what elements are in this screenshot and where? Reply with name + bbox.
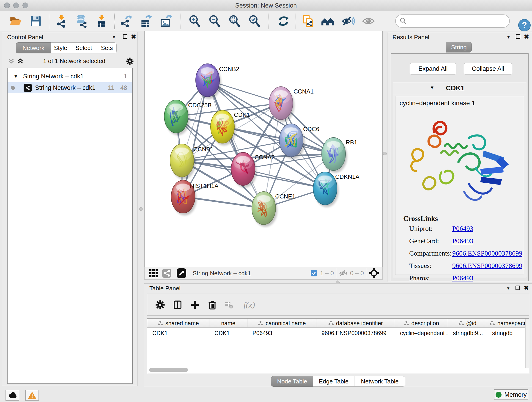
- column-header--id[interactable]: @id: [448, 319, 487, 328]
- hide-graphics-button[interactable]: [341, 14, 355, 28]
- import-table-file-button[interactable]: [95, 14, 109, 28]
- expand-all-icon[interactable]: [17, 58, 24, 64]
- disclosure-triangle-icon[interactable]: ▼: [13, 74, 18, 79]
- import-network-database-button[interactable]: [75, 14, 89, 28]
- panel-float-icon[interactable]: [123, 34, 127, 39]
- birds-eye-view-icon[interactable]: [177, 268, 186, 278]
- table-cell[interactable]: stringdb: [487, 328, 529, 338]
- warning-status-button[interactable]: [25, 390, 39, 401]
- network-graph[interactable]: CCNB2 CCNA1 CDC25B CDK1: [145, 31, 383, 267]
- memory-status-dot-icon: [496, 392, 501, 398]
- column-header-canonical-name[interactable]: canonical name: [247, 319, 317, 328]
- zoom-fit-button[interactable]: [228, 14, 241, 28]
- panel-menu-caret-icon[interactable]: ▼: [112, 35, 116, 40]
- network-canvas[interactable]: CCNB2 CCNA1 CDC25B CDK1: [144, 31, 383, 267]
- gene-section-header[interactable]: ▼ CDK1: [393, 82, 526, 94]
- expand-all-button[interactable]: Expand All: [410, 63, 456, 75]
- network-node-CCNE1[interactable]: [252, 191, 277, 227]
- network-node-RB1[interactable]: [322, 138, 347, 173]
- left-splitter-handle[interactable]: [139, 207, 143, 211]
- table-cell[interactable]: cyclin–dependent ...: [395, 328, 448, 338]
- selected-checkbox-icon[interactable]: [310, 270, 317, 277]
- zoom-in-button[interactable]: [188, 14, 202, 28]
- column-header-database-identifier[interactable]: database identifier: [317, 319, 395, 328]
- network-node-CCNB2[interactable]: [196, 64, 221, 99]
- table-settings-button[interactable]: [153, 298, 167, 312]
- column-type-icon: [258, 321, 263, 326]
- network-node-CCNB1[interactable]: [170, 144, 196, 179]
- network-node-CDKN1A[interactable]: [313, 172, 339, 207]
- table-cell[interactable]: P06493: [247, 328, 317, 338]
- export-image-button[interactable]: [159, 14, 173, 28]
- disclosure-triangle-icon[interactable]: ▼: [430, 85, 434, 90]
- node-table[interactable]: shared namename canonical name database …: [147, 318, 529, 374]
- open-session-button[interactable]: [9, 14, 22, 28]
- panel-float-icon[interactable]: [515, 286, 520, 290]
- table-cell[interactable]: 9606.ENSP00000378699: [317, 328, 395, 338]
- import-network-file-button[interactable]: [55, 14, 68, 28]
- crosslink-link[interactable]: P06493: [452, 237, 473, 245]
- right-splitter-handle[interactable]: [383, 152, 387, 155]
- network-row-selected[interactable]: String Network – cdk1 11 48: [7, 82, 132, 93]
- network-selection-status: 1 of 1 Network selected: [27, 57, 121, 65]
- network-node-CDC6[interactable]: [279, 124, 305, 159]
- panel-close-icon[interactable]: ✖: [524, 33, 529, 40]
- table-cell[interactable]: CDK1: [147, 328, 209, 338]
- center-view-icon[interactable]: [369, 268, 379, 279]
- gear-icon[interactable]: [126, 57, 134, 65]
- crosslink-link[interactable]: P06493: [452, 225, 473, 232]
- show-graphics-button[interactable]: [361, 14, 375, 28]
- export-network-button[interactable]: [119, 14, 133, 28]
- panel-menu-caret-icon[interactable]: ▼: [506, 286, 510, 291]
- grid-view-icon[interactable]: [149, 268, 158, 278]
- zoom-out-button[interactable]: [208, 14, 222, 28]
- cloud-status-button[interactable]: [6, 390, 19, 401]
- table-row[interactable]: CDK1CDK1P064939606.ENSP00000378699cyclin…: [147, 328, 529, 338]
- panel-close-icon[interactable]: ✖: [131, 33, 136, 40]
- save-session-button[interactable]: [29, 14, 43, 28]
- import-table-icon: [95, 14, 108, 28]
- tab-network-table[interactable]: Network Table: [355, 376, 405, 387]
- show-columns-button[interactable]: [171, 298, 184, 312]
- network-collection-row[interactable]: ▼ String Network – cdk1 1: [7, 71, 132, 82]
- column-header-name[interactable]: name: [209, 319, 247, 328]
- tab-style[interactable]: Style: [51, 42, 70, 53]
- panel-close-icon[interactable]: ✖: [524, 284, 529, 292]
- duplicate-network-button[interactable]: [301, 14, 315, 28]
- crosslink-link[interactable]: P06493: [452, 274, 473, 282]
- tab-string[interactable]: String: [446, 42, 472, 52]
- zoom-selected-button[interactable]: [248, 14, 261, 28]
- refresh-view-button[interactable]: [277, 14, 290, 28]
- tab-node-table[interactable]: Node Table: [271, 376, 313, 387]
- tab-sets[interactable]: Sets: [97, 42, 117, 53]
- tab-edge-table[interactable]: Edge Table: [313, 376, 355, 387]
- column-header-description[interactable]: description: [395, 319, 448, 328]
- panel-menu-caret-icon[interactable]: ▼: [507, 35, 510, 40]
- table-horizontal-scrollbar[interactable]: [149, 368, 188, 372]
- share-view-icon[interactable]: [162, 268, 172, 278]
- memory-indicator[interactable]: Memory: [494, 389, 528, 400]
- crosslink-link[interactable]: 9606.ENSP00000378699: [452, 249, 522, 257]
- crosslink-link[interactable]: 9606.ENSP00000378699: [452, 262, 522, 269]
- column-header-namespace[interactable]: namespace: [487, 319, 529, 328]
- table-vertical-scrollbar[interactable]: [525, 319, 529, 368]
- delete-button[interactable]: [206, 298, 219, 312]
- tab-network[interactable]: Network: [16, 42, 51, 53]
- import-database-icon: [75, 14, 88, 28]
- tab-select[interactable]: Select: [70, 42, 97, 53]
- hidden-eye-icon[interactable]: [339, 269, 348, 278]
- table-cell[interactable]: CDK1: [209, 328, 247, 338]
- add-column-button[interactable]: [188, 298, 202, 312]
- gear-icon: [155, 300, 165, 310]
- delete-table-icon: [224, 300, 234, 310]
- string-home-button[interactable]: [321, 14, 335, 28]
- panel-float-icon[interactable]: [516, 34, 520, 39]
- collapse-all-icon[interactable]: [8, 58, 14, 64]
- help-button[interactable]: ?: [518, 19, 531, 32]
- node-label: CCNB1: [193, 146, 214, 153]
- table-cell[interactable]: stringdb:9...: [448, 328, 487, 338]
- collapse-all-button[interactable]: Collapse All: [464, 63, 512, 75]
- export-table-button[interactable]: [139, 14, 152, 28]
- column-header-shared-name[interactable]: shared name: [147, 319, 209, 328]
- search-input[interactable]: [409, 18, 509, 25]
